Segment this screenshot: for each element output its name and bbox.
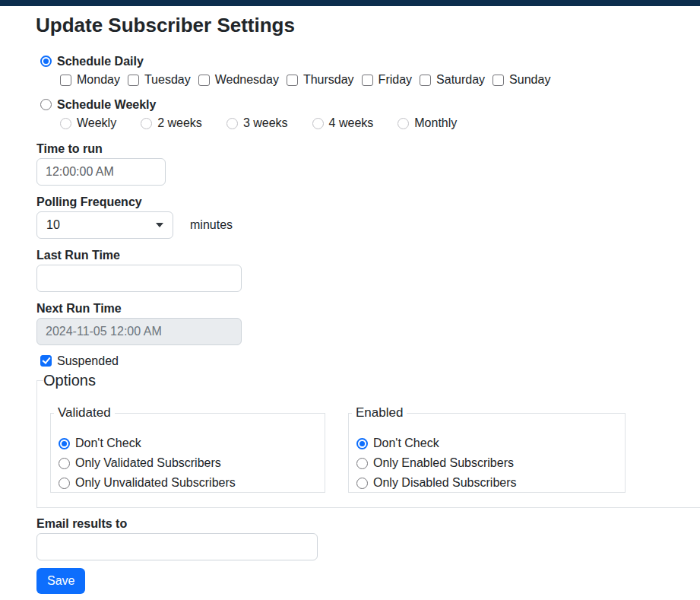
day-checkbox[interactable]: [420, 75, 431, 86]
validated-radio[interactable]: [59, 458, 70, 469]
enabled-option-label: Only Enabled Subscribers: [373, 456, 514, 470]
day-checkbox[interactable]: [198, 75, 210, 86]
day-checkbox[interactable]: [493, 75, 504, 86]
day-option[interactable]: Monday: [60, 73, 120, 87]
validated-radio[interactable]: [59, 478, 70, 489]
validated-legend: Validated: [54, 405, 115, 421]
polling-frequency-select[interactable]: 10: [36, 211, 173, 239]
top-navigation-bar: [0, 0, 700, 6]
chevron-down-icon: [156, 223, 163, 227]
schedule-daily-radio[interactable]: [40, 56, 52, 67]
validated-option-label: Only Validated Subscribers: [75, 456, 221, 470]
weekly-interval-option[interactable]: Monthly: [398, 116, 457, 130]
enabled-option[interactable]: Only Enabled Subscribers: [356, 457, 625, 469]
enabled-legend: Enabled: [352, 405, 407, 421]
day-checkbox[interactable]: [128, 75, 139, 86]
validated-option[interactable]: Don't Check: [59, 437, 325, 449]
page-title: Update Subscriber Settings: [36, 14, 700, 37]
save-button[interactable]: Save: [36, 568, 85, 594]
weekly-interval-radio[interactable]: [312, 118, 324, 129]
next-run-time-input: [36, 318, 242, 345]
weekly-interval-option[interactable]: 3 weeks: [226, 116, 288, 130]
validated-option-label: Only Unvalidated Subscribers: [75, 476, 236, 490]
suspended-option[interactable]: Suspended: [36, 354, 700, 367]
weekly-interval-option[interactable]: Weekly: [60, 116, 116, 130]
schedule-weekly-label: Schedule Weekly: [57, 97, 156, 112]
options-legend: Options: [43, 372, 96, 389]
time-to-run-input[interactable]: [36, 158, 166, 186]
polling-frequency-label: Polling Frequency: [36, 195, 700, 208]
day-label: Sunday: [509, 73, 550, 87]
schedule-daily-row: Schedule Daily: [36, 54, 700, 68]
suspended-checkbox[interactable]: [40, 355, 52, 367]
options-fieldset: Options Validated Don't Check Only Valid…: [36, 381, 700, 508]
day-checkbox[interactable]: [60, 75, 71, 86]
day-option[interactable]: Wednesday: [198, 73, 279, 87]
weekly-interval-label: Weekly: [77, 116, 116, 130]
day-option[interactable]: Tuesday: [128, 73, 191, 87]
weekly-interval-option[interactable]: 4 weeks: [312, 116, 374, 130]
weekly-interval-label: Monthly: [414, 116, 457, 130]
polling-frequency-unit: minutes: [190, 218, 233, 232]
validated-radio[interactable]: [59, 438, 70, 449]
weekly-interval-option[interactable]: 2 weeks: [141, 116, 202, 130]
day-option[interactable]: Thursday: [287, 73, 354, 87]
enabled-radio[interactable]: [356, 458, 368, 469]
enabled-option-label: Only Disabled Subscribers: [373, 476, 517, 490]
settings-form: Update Subscriber Settings Schedule Dail…: [0, 14, 700, 594]
weekly-interval-label: 2 weeks: [157, 116, 202, 130]
next-run-time-label: Next Run Time: [36, 302, 700, 315]
enabled-option[interactable]: Only Disabled Subscribers: [356, 477, 625, 489]
day-checkbox[interactable]: [362, 75, 373, 86]
schedule-daily-label: Schedule Daily: [57, 54, 144, 68]
day-label: Monday: [77, 73, 120, 87]
email-results-label: Email results to: [36, 517, 700, 530]
enabled-option[interactable]: Don't Check: [356, 437, 625, 449]
day-checkbox[interactable]: [287, 75, 298, 86]
validated-option-label: Don't Check: [75, 437, 141, 450]
schedule-weekly-radio[interactable]: [40, 99, 52, 110]
day-label: Wednesday: [215, 73, 279, 87]
day-option[interactable]: Friday: [362, 73, 412, 87]
time-to-run-label: Time to run: [36, 142, 700, 155]
enabled-fieldset: Enabled Don't Check Only Enabled Subscri…: [348, 413, 626, 493]
day-label: Friday: [379, 73, 412, 87]
last-run-time-input[interactable]: [36, 265, 242, 292]
validated-fieldset: Validated Don't Check Only Validated Sub…: [50, 413, 325, 493]
weekly-interval-label: 4 weeks: [329, 116, 374, 130]
weekly-interval-label: 3 weeks: [243, 116, 288, 130]
email-results-input[interactable]: [36, 533, 318, 560]
polling-frequency-value: 10: [46, 218, 60, 232]
last-run-time-label: Last Run Time: [36, 249, 700, 262]
validated-option[interactable]: Only Validated Subscribers: [59, 457, 325, 469]
weekly-interval-radio[interactable]: [141, 118, 152, 129]
day-label: Thursday: [303, 73, 354, 87]
options-columns: Validated Don't Check Only Validated Sub…: [50, 413, 700, 493]
schedule-weekly-row: Schedule Weekly: [36, 97, 700, 112]
validated-radio-group: Don't Check Only Validated Subscribers O…: [59, 437, 325, 489]
day-label: Saturday: [436, 73, 485, 87]
validated-option[interactable]: Only Unvalidated Subscribers: [59, 477, 325, 489]
day-option[interactable]: Saturday: [420, 73, 485, 87]
enabled-radio[interactable]: [356, 478, 368, 489]
weekly-interval-radio[interactable]: [398, 118, 409, 129]
polling-frequency-row: 10 minutes: [36, 211, 700, 239]
enabled-radio-group: Don't Check Only Enabled Subscribers Onl…: [356, 437, 625, 489]
enabled-option-label: Don't Check: [373, 437, 439, 450]
day-label: Tuesday: [144, 73, 191, 87]
days-of-week-row: Monday Tuesday Wednesday Thursday Friday: [36, 74, 700, 86]
weekly-interval-radio[interactable]: [226, 118, 238, 129]
weekly-interval-row: Weekly 2 weeks 3 weeks 4 weeks Monthly: [36, 117, 700, 129]
suspended-label: Suspended: [57, 354, 119, 368]
enabled-radio[interactable]: [356, 438, 368, 449]
weekly-interval-radio[interactable]: [60, 118, 71, 129]
day-option[interactable]: Sunday: [493, 73, 550, 87]
